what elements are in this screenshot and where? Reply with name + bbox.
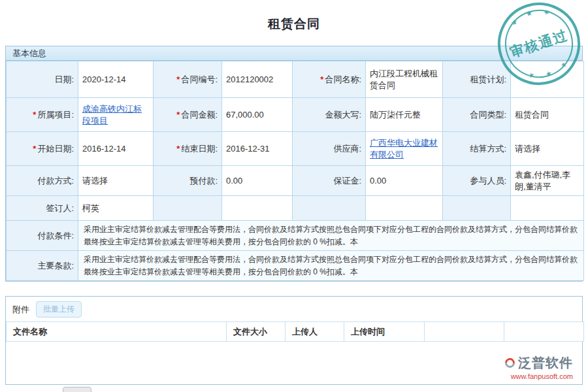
required-asterisk: * xyxy=(176,110,180,120)
required-asterisk: * xyxy=(176,74,180,84)
field-label: 日期: xyxy=(7,61,78,98)
field-label: *所属项目: xyxy=(7,98,78,132)
field-label xyxy=(443,196,511,221)
field-label: 租赁计划: xyxy=(443,61,511,98)
field-value: 广西华电大业建材有限公司 xyxy=(366,132,443,166)
attachments-table: 文件名称文件大小上传人上传时间 xyxy=(6,321,584,342)
field-value xyxy=(511,61,584,98)
brand-website: www.fanpusoft.com xyxy=(505,372,573,380)
field-value: 采用业主审定结算价款减去管理配合等费用法，合同价款及结算方式按照总包合同项下对应… xyxy=(78,251,584,281)
field-value: 租赁合同 xyxy=(511,98,584,132)
field-label: 付款方式: xyxy=(7,166,78,196)
field-label: 预付款: xyxy=(154,166,222,196)
field-label: *结束日期: xyxy=(154,132,222,166)
brand-name: 泛普软件 xyxy=(518,354,573,372)
page-title: 租赁合同 xyxy=(0,0,588,46)
field-label: *合同名称: xyxy=(293,61,366,98)
field-value: 袁鑫,付伟璐,李朗,董清平 xyxy=(511,166,584,196)
field-value: 内江段工程机械租赁合同 xyxy=(366,61,443,98)
required-asterisk: * xyxy=(33,110,36,120)
attachments-column-header: 上传时间 xyxy=(344,322,425,342)
section-header-basic-info: 基本信息 xyxy=(6,46,582,61)
field-label: 主要条款: xyxy=(7,251,78,281)
form-row: 签订人:柯英 xyxy=(7,196,584,221)
field-value xyxy=(511,196,584,221)
attachments-title: 附件 xyxy=(12,304,29,316)
field-value-link[interactable]: 成渝高铁内江标段项目 xyxy=(82,104,142,125)
field-value: 0.00 xyxy=(222,166,293,196)
form-row: *所属项目:成渝高铁内江标段项目*合同金额:67,000.00金额大写:陆万柒仟… xyxy=(7,98,584,132)
field-value: 67,000.00 xyxy=(222,98,293,132)
batch-upload-button[interactable]: 批量上传 xyxy=(36,301,82,318)
attachments-column-header: 上传人 xyxy=(286,322,344,342)
required-asterisk: * xyxy=(33,144,36,154)
attachments-header-row: 附件 批量上传 xyxy=(6,297,582,321)
attachments-column-header: 文件大小 xyxy=(227,322,286,342)
field-value: 请选择 xyxy=(511,132,584,166)
field-value: 0.00 xyxy=(366,166,443,196)
field-label xyxy=(154,196,222,221)
field-label: 参与人员: xyxy=(443,166,511,196)
field-label: 付款条件: xyxy=(7,221,78,251)
form-row: *开始日期:2016-12-14*结束日期:2016-12-31供应商:广西华电… xyxy=(7,132,584,166)
field-value: 2020-12-14 xyxy=(78,61,154,98)
basic-info-panel: 基本信息 日期:2020-12-14*合同编号:2012120002*合同名称:… xyxy=(5,46,583,282)
field-label: *合同编号: xyxy=(154,61,222,98)
attachments-column-header xyxy=(504,322,584,342)
basic-info-table: 日期:2020-12-14*合同编号:2012120002*合同名称:内江段工程… xyxy=(6,61,584,281)
attachments-panel: 附件 批量上传 文件名称文件大小上传人上传时间 泛普软件 www.fanpuso… xyxy=(5,296,583,385)
field-label: 金额大写: xyxy=(293,98,366,132)
field-label: 签订人: xyxy=(7,196,78,221)
required-asterisk: * xyxy=(320,74,323,84)
field-label: 合同类型: xyxy=(443,98,511,132)
attachments-column-header xyxy=(425,322,504,342)
form-row: 付款方式:请选择预付款:0.00保证金:0.00参与人员:袁鑫,付伟璐,李朗,董… xyxy=(7,166,584,196)
field-label: 保证金: xyxy=(293,166,366,196)
fanpu-logo-icon xyxy=(503,356,517,370)
field-value: 2016-12-14 xyxy=(78,132,154,166)
field-value xyxy=(366,196,443,221)
field-value-link[interactable]: 广西华电大业建材有限公司 xyxy=(370,138,438,159)
brand-logo: 泛普软件 www.fanpusoft.com xyxy=(505,354,573,380)
field-label: 供应商: xyxy=(293,132,366,166)
form-row-wide: 主要条款:采用业主审定结算价款减去管理配合等费用法，合同价款及结算方式按照总包合… xyxy=(7,251,584,281)
field-value: 柯英 xyxy=(78,196,154,221)
field-value: 采用业主审定结算价款减去管理配合等费用法，合同价款及结算方式按照总包合同项下对应… xyxy=(78,221,584,251)
required-asterisk: * xyxy=(176,144,180,154)
field-label: *合同金额: xyxy=(154,98,222,132)
field-label: 结算方式: xyxy=(443,132,511,166)
field-label: *开始日期: xyxy=(7,132,78,166)
form-row: 日期:2020-12-14*合同编号:2012120002*合同名称:内江段工程… xyxy=(7,61,584,98)
field-value: 2016-12-31 xyxy=(222,132,293,166)
field-value: 2012120002 xyxy=(222,61,293,98)
field-value: 请选择 xyxy=(78,166,154,196)
partial-button[interactable] xyxy=(63,387,91,392)
form-row-wide: 付款条件:采用业主审定结算价款减去管理配合等费用法，合同价款及结算方式按照总包合… xyxy=(7,221,584,251)
field-value: 成渝高铁内江标段项目 xyxy=(78,98,154,132)
field-value: 陆万柒仟元整 xyxy=(366,98,443,132)
field-value xyxy=(222,196,293,221)
attachments-column-header: 文件名称 xyxy=(7,322,227,342)
field-label xyxy=(293,196,366,221)
